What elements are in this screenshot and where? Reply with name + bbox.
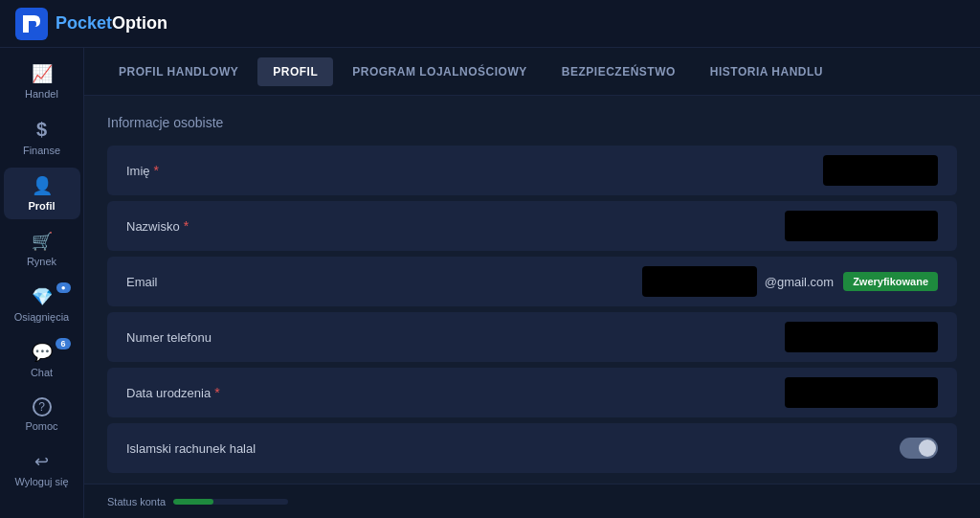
progress-label: Status konta [107,496,166,507]
form-row-imie: Imię * [107,146,957,195]
required-star-data: * [214,385,219,400]
sidebar-item-label-handel: Handel [25,88,58,100]
osiagniecia-icon: 💎 [32,286,53,307]
tab-profil[interactable]: PROFIL [257,57,333,86]
sidebar-item-rynek[interactable]: 🛒 Rynek [4,223,80,275]
logo-icon [15,8,48,40]
logo-text: PocketOption [56,13,167,34]
form-area: Informacje osobiste Imię * Nazwisko * [84,96,980,484]
logo: PocketOption [15,8,167,40]
sidebar-item-wyloguj[interactable]: ↩ Wyloguj się [4,443,80,495]
tab-historia-handlu[interactable]: HISTORIA HANDLU [695,57,838,86]
sidebar-item-pomoc[interactable]: ? Pomoc [4,390,80,439]
verified-badge: Zweryfikowane [843,272,938,291]
form-value-imie [337,155,938,186]
sidebar-item-label-pomoc: Pomoc [25,420,57,432]
form-value-nazwisko [337,211,938,241]
tabs-bar: PROFIL HANDLOWY PROFIL PROGRAM LOJALNOŚC… [84,48,980,96]
islamski-toggle[interactable] [900,438,938,459]
section-title: Informacje osobiste [107,115,957,130]
sidebar-item-label-osiagniecia: Osiągnięcia [14,311,69,323]
imie-input[interactable] [823,155,938,186]
data-urodzenia-input[interactable] [785,377,938,408]
email-suffix: @gmail.com [765,275,834,289]
handel-icon: 📈 [32,63,53,84]
form-value-telefon [337,322,938,352]
progress-track [173,499,288,505]
sidebar: 📈 Handel $ Finanse 👤 Profil 🛒 Rynek 💎 Os… [0,48,84,518]
email-container: @gmail.com [642,266,834,297]
progress-container: Status konta [107,496,288,507]
wyloguj-icon: ↩ [34,451,49,472]
toggle-container [900,438,938,459]
required-star-nazwisko: * [184,218,189,234]
content-area: PROFIL HANDLOWY PROFIL PROGRAM LOJALNOŚC… [84,48,980,518]
tab-profil-handlowy[interactable]: PROFIL HANDLOWY [103,57,254,86]
form-value-islamski [337,438,938,459]
pomoc-icon: ? [33,397,52,417]
sidebar-item-label-rynek: Rynek [27,256,56,267]
sidebar-item-chat[interactable]: 💬 Chat 6 [4,334,80,386]
form-value-email: @gmail.com Zweryfikowane [337,266,938,297]
tab-program-lojalnosciowy[interactable]: PROGRAM LOJALNOŚCIOWY [337,57,543,86]
progress-fill [173,499,213,505]
nazwisko-input[interactable] [785,211,938,241]
form-row-telefon: Numer telefonu [107,312,957,362]
form-label-telefon: Numer telefonu [126,330,337,345]
form-label-data-urodzenia: Data urodzenia * [126,385,337,400]
sidebar-item-label-profil: Profil [28,200,55,212]
topbar: PocketOption [0,0,980,48]
form-label-imie: Imię * [126,163,337,178]
profil-icon: 👤 [32,175,53,196]
form-row-islamski: Islamski rachunek halal [107,423,957,473]
sidebar-item-finanse[interactable]: $ Finanse [4,111,80,164]
form-row-data-urodzenia: Data urodzenia * [107,368,957,417]
sidebar-item-label-finanse: Finanse [23,145,60,156]
form-label-nazwisko: Nazwisko * [126,218,337,234]
chat-icon: 💬 [32,342,53,363]
sidebar-item-profil[interactable]: 👤 Profil [4,168,80,219]
tab-bezpieczenstwo[interactable]: BEZPIECZEŃSTWO [546,57,691,86]
sidebar-item-label-chat: Chat [31,367,53,378]
form-row-email: Email @gmail.com Zweryfikowane [107,257,957,306]
sidebar-item-label-wyloguj: Wyloguj się [14,476,68,487]
finanse-icon: $ [36,119,47,141]
form-row-nazwisko: Nazwisko * [107,201,957,251]
required-star-imie: * [154,163,159,178]
main-layout: 📈 Handel $ Finanse 👤 Profil 🛒 Rynek 💎 Os… [0,48,980,518]
email-input[interactable] [642,266,757,297]
sidebar-item-osiagniecia[interactable]: 💎 Osiągnięcia ● [4,279,80,330]
form-label-email: Email [126,275,337,289]
telefon-input[interactable] [785,322,938,352]
form-label-islamski: Islamski rachunek halal [126,441,337,456]
bottom-bar: Status konta [84,484,980,518]
rynek-icon: 🛒 [32,231,53,252]
sidebar-item-handel[interactable]: 📈 Handel [4,56,80,107]
chat-badge: 6 [56,338,70,349]
form-value-data-urodzenia [337,377,938,408]
osiagniecia-badge: ● [56,282,71,293]
